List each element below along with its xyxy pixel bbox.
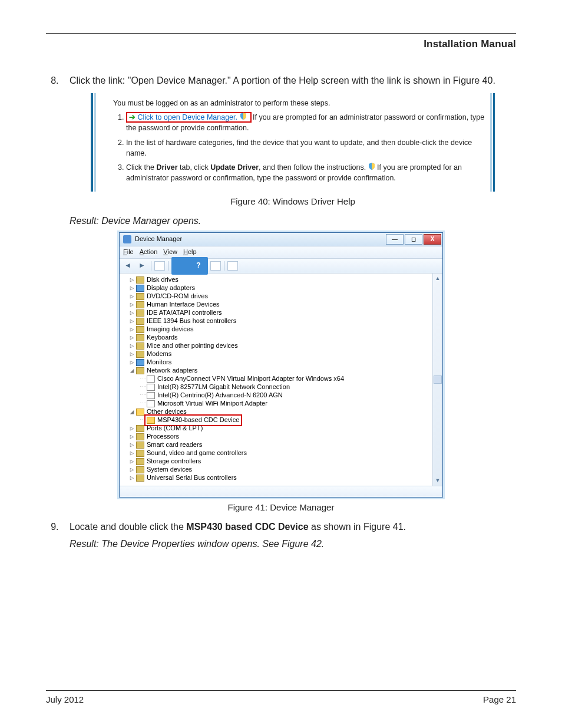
properties-icon[interactable] — [154, 261, 165, 271]
scroll-thumb[interactable] — [434, 375, 442, 384]
menu-help[interactable]: Help — [183, 248, 197, 257]
shield-icon — [240, 113, 247, 120]
page-header-title: Installation Manual — [46, 38, 516, 50]
back-icon[interactable]: ◄ — [122, 261, 134, 271]
menu-bar: File Action View Help — [120, 246, 442, 259]
help-intro: You must be logged on as an administrato… — [113, 98, 490, 108]
tree-node[interactable]: ▷Mice and other pointing devices — [124, 342, 430, 350]
maximize-button[interactable]: ◻ — [405, 234, 422, 245]
device-icon — [136, 293, 144, 300]
device-manager-screenshot: Device Manager — ◻ X File Action View He… — [119, 232, 443, 498]
scan-icon[interactable] — [210, 261, 221, 271]
tree-node[interactable]: ▷Imaging devices — [124, 325, 430, 334]
tree-node[interactable]: ◢Network adapters — [124, 367, 430, 375]
step-8-text: Click the link: "Open Device Manager." A… — [70, 75, 495, 85]
status-bar — [120, 486, 442, 497]
device-icon — [136, 342, 144, 350]
figure-40-caption: Figure 40: Windows Driver Help — [70, 195, 516, 208]
device-icon — [136, 475, 144, 482]
tree-node[interactable]: ▷Smart card readers — [124, 441, 430, 449]
step-9-bold: MSP430 based CDC Device — [186, 522, 308, 532]
device-icon — [136, 318, 144, 325]
tree-node-label: Universal Serial Bus controllers — [147, 473, 237, 483]
device-icon — [147, 392, 155, 399]
tree-node[interactable]: ⋯Intel(R) Centrino(R) Advanced-N 6200 AG… — [124, 391, 430, 400]
toolbar: ◄ ► ? — [120, 259, 442, 274]
forward-icon[interactable]: ► — [136, 261, 148, 271]
device-icon — [136, 458, 144, 465]
tree-node[interactable]: ▷Ports (COM & LPT) — [124, 424, 430, 433]
tree-node[interactable]: ▷Monitors — [124, 358, 430, 367]
device-icon — [136, 326, 144, 333]
tree-node[interactable]: ▷System devices — [124, 466, 430, 474]
help-screenshot: You must be logged on as an administrato… — [91, 93, 495, 192]
device-icon — [136, 409, 144, 416]
close-button[interactable]: X — [424, 234, 441, 245]
device-icon — [147, 375, 155, 383]
tree-node[interactable]: ⋯Microsoft Virtual WiFi Miniport Adapter — [124, 400, 430, 408]
tree-node[interactable]: ⋯Cisco AnyConnect VPN Virtual Miniport A… — [124, 375, 430, 383]
help-icon[interactable]: ? — [171, 257, 208, 275]
tree-node[interactable]: ▷IEEE 1394 Bus host controllers — [124, 317, 430, 325]
device-icon — [136, 450, 144, 457]
footer-page: Page 21 — [483, 694, 516, 704]
device-icon — [136, 301, 144, 308]
device-icon — [136, 334, 144, 341]
view-icon[interactable] — [227, 261, 238, 271]
device-icon — [136, 359, 144, 366]
help-item-2: In the list of hardware categories, find… — [126, 137, 490, 159]
device-icon — [136, 351, 144, 358]
scroll-down-icon[interactable]: ▼ — [435, 477, 441, 485]
device-icon — [136, 309, 144, 317]
step-8: Click the link: "Open Device Manager." A… — [61, 74, 516, 208]
result-2: Result: The Device Properties window ope… — [70, 537, 516, 551]
tree-node[interactable]: ▷Processors — [124, 433, 430, 441]
device-icon — [136, 276, 144, 284]
help-item-1: ➔ Click to open Device Manager. If you a… — [126, 112, 490, 133]
tree-node[interactable]: ▷Sound, video and game controllers — [124, 449, 430, 457]
tree-node[interactable]: ▷Keyboards — [124, 334, 430, 342]
tree-node[interactable]: ▷Universal Serial Bus controllers — [124, 474, 430, 482]
device-icon — [136, 466, 144, 473]
tree-node[interactable]: ▷Modems — [124, 350, 430, 358]
minimize-button[interactable]: — — [386, 234, 404, 245]
device-icon — [136, 367, 144, 374]
tree-node[interactable]: ▷Disk drives — [124, 276, 430, 284]
tree-node[interactable]: ▷IDE ATA/ATAPI controllers — [124, 309, 430, 317]
menu-view[interactable]: View — [163, 248, 177, 257]
window-title: Device Manager — [135, 235, 385, 244]
menu-file[interactable]: File — [123, 248, 134, 257]
scrollbar[interactable]: ▲ ▼ — [432, 274, 442, 486]
device-icon — [136, 433, 144, 440]
footer-date: July 2012 — [46, 694, 84, 704]
app-icon — [123, 235, 131, 243]
scroll-up-icon[interactable]: ▲ — [435, 275, 441, 282]
device-icon — [136, 442, 144, 449]
menu-action[interactable]: Action — [140, 248, 158, 257]
shield-icon — [368, 163, 375, 170]
tree-node[interactable]: ⋯Intel(R) 82577LM Gigabit Network Connec… — [124, 383, 430, 391]
device-icon — [136, 285, 144, 292]
device-icon — [147, 400, 155, 407]
result-1: Result: Device Manager opens. — [70, 214, 516, 228]
step-9: Locate and double click the MSP430 based… — [61, 520, 516, 551]
tree-node[interactable]: ▷Display adapters — [124, 284, 430, 292]
device-tree[interactable]: ▷Disk drives▷Display adapters▷DVD/CD-ROM… — [120, 274, 432, 486]
help-item-3: Click the Driver tab, click Update Drive… — [126, 162, 490, 183]
tree-node[interactable]: ▷Human Interface Devices — [124, 301, 430, 309]
tree-node[interactable]: ▷DVD/CD-ROM drives — [124, 292, 430, 301]
device-icon — [136, 425, 144, 432]
figure-41-caption: Figure 41: Device Manager — [46, 501, 516, 514]
help-link-highlight: ➔ Click to open Device Manager. — [126, 112, 252, 123]
open-device-manager-link[interactable]: Click to open Device Manager. — [137, 112, 237, 123]
tree-node[interactable]: ▷Storage controllers — [124, 457, 430, 466]
device-icon — [147, 384, 155, 391]
device-icon — [147, 417, 155, 424]
tree-node[interactable]: ⋯MSP430-based CDC Device — [124, 416, 430, 424]
